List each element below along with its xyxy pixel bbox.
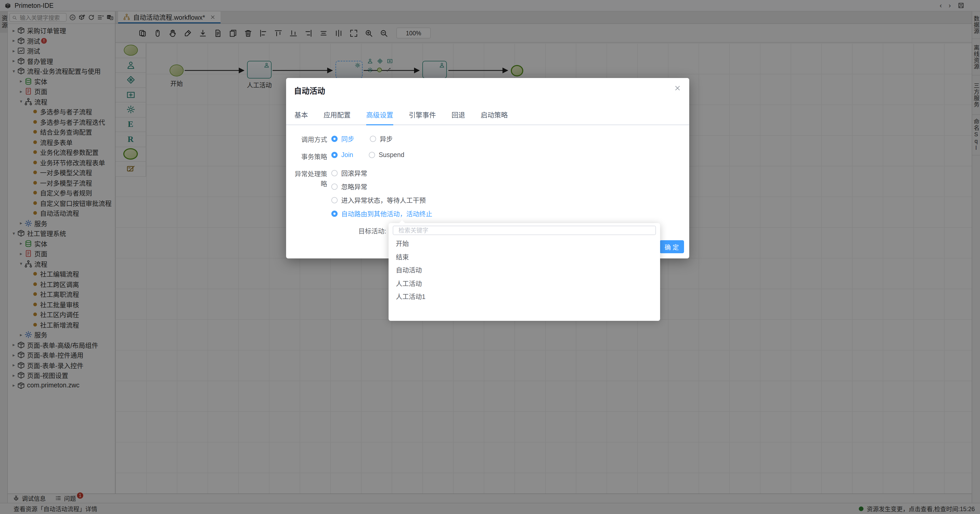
exception-radios: 回滚异常忽略异常进入异常状态，等待人工干预自动路由到其他活动，活动终止: [331, 168, 448, 218]
radio-option[interactable]: 自动路由到其他活动，活动终止: [331, 208, 432, 218]
dropdown-option[interactable]: 人工活动1: [388, 291, 660, 304]
radio-option[interactable]: 忽略异常: [331, 181, 432, 191]
dropdown-option[interactable]: 结束: [388, 251, 660, 264]
radio-circle-icon: [331, 152, 337, 158]
radio-label: 异步: [380, 134, 393, 143]
radio-option[interactable]: 同步: [331, 134, 354, 143]
exception-row: 异常处理策略 回滚异常忽略异常进入异常状态，等待人工干预自动路由到其他活动，活动…: [294, 168, 681, 218]
radio-option[interactable]: Join: [331, 151, 353, 159]
transaction-radios: JoinSuspend: [331, 151, 420, 160]
radio-label: 自动路由到其他活动，活动终止: [341, 208, 432, 218]
radio-label: 回滚异常: [341, 168, 367, 178]
radio-label: 进入异常状态，等待人工干预: [341, 195, 426, 205]
radio-label: Suspend: [379, 151, 404, 159]
dialog-tabs: 基本应用配置高级设置引擎事件回退启动策略: [286, 110, 689, 125]
confirm-button[interactable]: 确 定: [659, 240, 684, 253]
radio-circle-icon: [331, 183, 337, 190]
dialog-tab-启动策略[interactable]: 启动策略: [480, 110, 508, 124]
dropdown-options: 开始结束自动活动人工活动人工活动1: [388, 238, 660, 304]
radio-circle-icon: [331, 197, 337, 203]
dialog-tab-高级设置[interactable]: 高级设置: [366, 110, 393, 124]
transaction-label: 事务策略: [294, 151, 327, 161]
target-activity-dropdown: 开始结束自动活动人工活动人工活动1: [388, 223, 660, 321]
exception-label: 异常处理策略: [294, 168, 327, 188]
radio-label: 同步: [341, 134, 354, 143]
dropdown-option[interactable]: 开始: [388, 238, 660, 251]
radio-circle-icon: [370, 135, 376, 142]
radio-circle-icon: [331, 135, 337, 142]
invoke-mode-row: 调用方式 同步异步: [294, 134, 681, 144]
radio-option[interactable]: Suspend: [369, 151, 404, 159]
dialog-close-icon[interactable]: [674, 85, 681, 92]
invoke-mode-label: 调用方式: [294, 134, 327, 144]
radio-option[interactable]: 回滚异常: [331, 168, 432, 178]
dropdown-option[interactable]: 人工活动: [388, 278, 660, 291]
dropdown-option[interactable]: 自动活动: [388, 264, 660, 278]
transaction-row: 事务策略 JoinSuspend: [294, 151, 681, 161]
radio-circle-icon: [331, 210, 337, 217]
radio-circle-icon: [369, 152, 375, 158]
dialog-tab-应用配置[interactable]: 应用配置: [323, 110, 351, 124]
dialog-tab-引擎事件[interactable]: 引擎事件: [409, 110, 436, 124]
dropdown-search-input[interactable]: [398, 227, 651, 234]
target-activity-label: 目标活动:: [358, 225, 386, 235]
primeton-ide-window: Primeton-IDE ‹ › 资源 AIEn文 ▸采购订单管理▸测试!▸测试…: [0, 0, 980, 514]
dropdown-search-box[interactable]: [393, 226, 656, 235]
dialog-tab-基本[interactable]: 基本: [294, 110, 308, 124]
radio-circle-icon: [331, 170, 337, 176]
dialog-tab-回退[interactable]: 回退: [452, 110, 465, 124]
radio-option[interactable]: 异步: [370, 134, 393, 143]
dialog-title: 自动活动: [294, 85, 325, 96]
radio-label: Join: [341, 151, 353, 159]
radio-label: 忽略异常: [341, 181, 367, 191]
invoke-mode-radios: 同步异步: [331, 134, 408, 144]
radio-option[interactable]: 进入异常状态，等待人工干预: [331, 195, 432, 205]
